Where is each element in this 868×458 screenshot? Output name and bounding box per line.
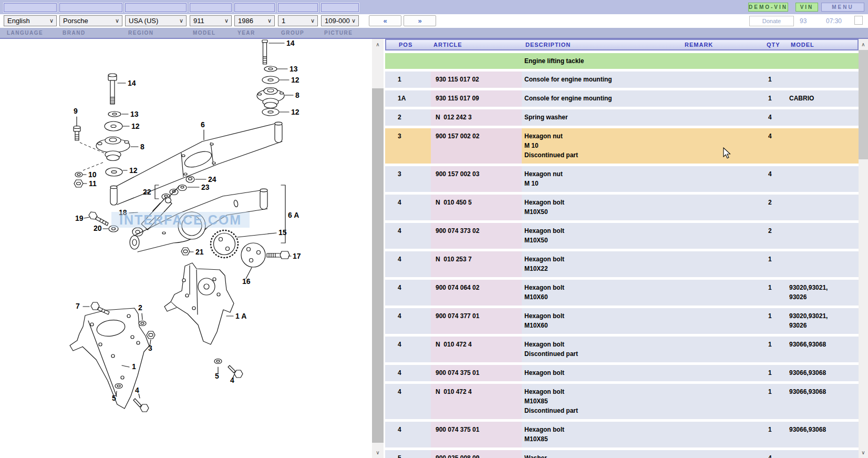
filter-input-model[interactable]: [190, 3, 232, 12]
column-header-model[interactable]: MODEL: [785, 40, 857, 49]
brand-select[interactable]: Porsche∨: [59, 15, 122, 26]
table-row[interactable]: 4900 074 375 01Hexagon boltM10X85193066,…: [385, 422, 859, 447]
scroll-down-icon[interactable]: ∨: [372, 447, 384, 458]
callout-19[interactable]: 19: [75, 214, 84, 222]
table-row[interactable]: 4900 074 377 01Hexagon boltM10X60193020,…: [385, 308, 859, 334]
table-row[interactable]: 4900 074 064 02Hexagon boltM10X60193020,…: [385, 280, 859, 306]
callout-1[interactable]: 1: [132, 362, 136, 371]
scrollbar-thumb[interactable]: [372, 88, 384, 443]
table-row[interactable]: 1930 115 017 02Console for engine mounti…: [385, 72, 859, 88]
table-row[interactable]: 5900 025 008 09Washer4: [385, 450, 859, 458]
column-header-qty[interactable]: QTY: [758, 40, 785, 49]
cell-desc: Hexagon boltM10X50: [522, 223, 675, 249]
table-row[interactable]: 4900 074 373 02Hexagon boltM10X502: [385, 223, 859, 249]
cell-qty: 1: [757, 72, 784, 88]
callout-23[interactable]: 23: [201, 183, 210, 191]
callout-12[interactable]: 12: [291, 108, 299, 116]
callout-7[interactable]: 7: [76, 302, 80, 310]
callout-11[interactable]: 11: [89, 179, 97, 188]
mouse-cursor: [723, 147, 731, 159]
callout-15[interactable]: 15: [278, 228, 287, 237]
cell-qty: 4: [757, 166, 784, 192]
callout-5[interactable]: 5: [215, 372, 219, 380]
callout-2[interactable]: 2: [138, 303, 142, 312]
callout-12[interactable]: 12: [129, 166, 138, 175]
table-row[interactable]: 1A930 115 017 09Console for engine mount…: [385, 90, 859, 107]
callout-17[interactable]: 17: [293, 252, 301, 260]
callout-10[interactable]: 10: [88, 170, 97, 179]
scrollbar-thumb[interactable]: [859, 50, 868, 159]
callout-12[interactable]: 12: [291, 76, 299, 84]
callout-16[interactable]: 16: [242, 277, 251, 286]
table-row[interactable]: 4N 010 450 5Hexagon boltM10X502: [385, 195, 859, 220]
cell-remark: [675, 128, 757, 164]
callout-12[interactable]: 12: [131, 122, 140, 130]
cell-pos: 4: [385, 251, 431, 277]
column-header-remark[interactable]: REMARK: [676, 40, 758, 49]
part-washer-12b-right: [262, 108, 279, 116]
model-select[interactable]: 911∨: [190, 15, 232, 26]
filter-input-group[interactable]: [278, 3, 318, 12]
column-header-description[interactable]: DESCRIPTION: [523, 40, 676, 49]
table-scrollbar[interactable]: ∧ ∨: [859, 39, 868, 458]
callout-3[interactable]: 3: [148, 344, 152, 352]
vin-button[interactable]: VIN: [795, 3, 818, 12]
cell-remark: [675, 251, 757, 277]
scroll-up-icon[interactable]: ∧: [372, 39, 384, 50]
table-row[interactable]: 3900 157 002 02Hexagon nutM 10Discontinu…: [385, 128, 859, 164]
previous-picture-button[interactable]: «: [369, 15, 401, 26]
filter-input-picture[interactable]: [321, 3, 359, 12]
language-select[interactable]: English∨: [4, 15, 57, 26]
table-row[interactable]: 4N 010 472 4Hexagon boltDiscontinued par…: [385, 337, 859, 362]
group-select[interactable]: 1∨: [278, 15, 318, 26]
table-row[interactable]: 4N 010 253 7Hexagon boltM10X221: [385, 251, 859, 277]
cell-pos: 4: [385, 280, 431, 306]
region-select[interactable]: USA (US)∨: [125, 15, 187, 26]
column-header-article[interactable]: ARTICLE: [432, 40, 523, 49]
filter-input-year[interactable]: [234, 3, 275, 12]
part-washer-12-right: [262, 76, 279, 84]
table-row[interactable]: 3900 157 002 03Hexagon nutM 104: [385, 166, 859, 192]
callout-6[interactable]: 6: [201, 120, 205, 129]
cell-pos: 4: [385, 422, 431, 447]
callout-8[interactable]: 8: [140, 143, 144, 151]
demo-vin-button[interactable]: DEMO-VIN: [748, 3, 788, 12]
cell-desc: Hexagon boltM10X22: [522, 251, 675, 277]
diagram-scrollbar[interactable]: ∧ ∨: [372, 39, 384, 458]
scroll-down-icon[interactable]: ∨: [859, 447, 868, 458]
cell-model: [784, 223, 859, 249]
callout-13[interactable]: 13: [130, 110, 139, 118]
table-header: POS ARTICLE DESCRIPTION REMARK QTY MODEL: [385, 39, 859, 50]
menu-button[interactable]: MENU: [821, 3, 864, 12]
callout-20[interactable]: 20: [94, 224, 102, 232]
label-group: GROUP: [281, 30, 304, 36]
table-row[interactable]: 4900 074 375 01Hexagon bolt193066,93068: [385, 365, 859, 381]
callout-6a[interactable]: 6 A: [288, 211, 299, 219]
callout-5[interactable]: 5: [112, 394, 116, 402]
next-picture-button[interactable]: »: [404, 15, 436, 26]
callout-14[interactable]: 14: [286, 39, 295, 47]
chevron-down-icon: ∨: [311, 16, 315, 26]
scroll-up-icon[interactable]: ∧: [859, 39, 868, 50]
year-select[interactable]: 1986∨: [234, 15, 275, 26]
callout-13[interactable]: 13: [290, 65, 298, 73]
cell-qty: 1: [757, 308, 784, 334]
filter-input-language[interactable]: [4, 3, 57, 12]
callout-24[interactable]: 24: [208, 175, 216, 184]
callout-8[interactable]: 8: [295, 91, 299, 99]
cell-article: 930 115 017 02: [431, 72, 522, 88]
table-row[interactable]: 2N 012 242 3Spring washer4: [385, 109, 859, 126]
callout-14[interactable]: 14: [128, 79, 136, 87]
callout-1a[interactable]: 1 A: [235, 312, 246, 320]
filter-input-region[interactable]: [125, 3, 187, 12]
callout-9[interactable]: 9: [74, 107, 78, 115]
filter-input-brand[interactable]: [59, 3, 122, 12]
column-header-pos[interactable]: POS: [386, 40, 432, 49]
callout-21[interactable]: 21: [195, 248, 204, 256]
picture-select[interactable]: 109-000∨: [321, 15, 359, 26]
donate-button[interactable]: Donate: [749, 16, 794, 26]
table-row[interactable]: 4N 010 472 4Hexagon boltM10X85Discontinu…: [385, 384, 859, 419]
callout-22[interactable]: 22: [143, 188, 151, 196]
callout-4[interactable]: 4: [135, 386, 139, 394]
callout-4[interactable]: 4: [230, 376, 234, 384]
